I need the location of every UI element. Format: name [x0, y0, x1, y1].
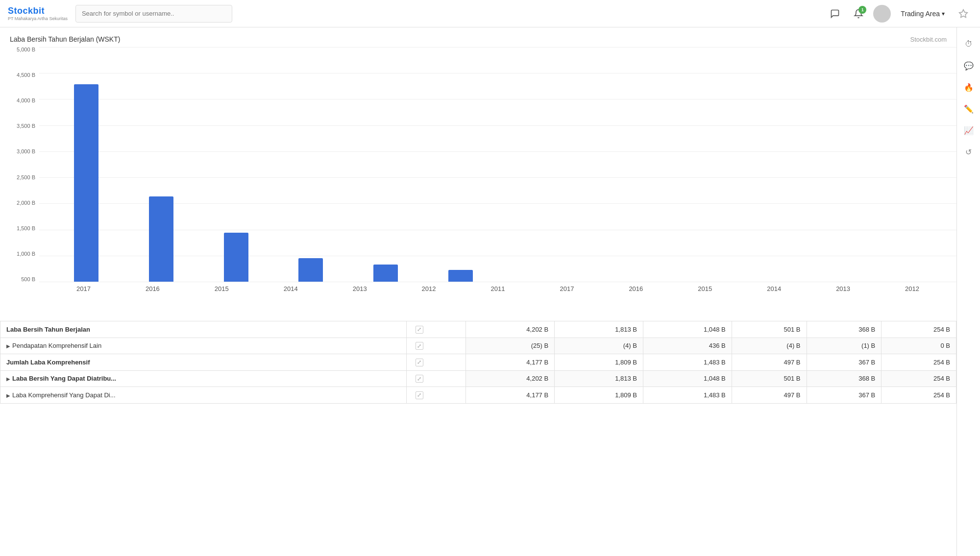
y-axis-label: 4,000 B [17, 98, 35, 103]
trading-area-button[interactable]: Trading Area ▾ [897, 7, 949, 21]
bar-group[interactable] [498, 47, 573, 282]
cell-value: 497 B [732, 387, 807, 404]
cell-value: 1,483 B [643, 354, 732, 371]
x-axis-label: 2017 [49, 282, 118, 292]
cell-value: 368 B [807, 370, 882, 387]
cell-value: 1,813 B [555, 370, 643, 387]
content-area: Laba Bersih Tahun Berjalan (WSKT) Stockb… [0, 27, 956, 556]
star-button[interactable] [955, 5, 972, 23]
x-axis: 2017201620152014201320122011201720162015… [39, 282, 956, 292]
row-label: ▶Laba Bersih Yang Dapat Diatribu... [0, 370, 407, 387]
cell-value: 1,809 B [555, 387, 643, 404]
bar-group[interactable] [573, 47, 648, 282]
row-icon-cell: ⤢ [406, 387, 466, 404]
cell-value: 4,177 B [466, 354, 555, 371]
table-export-icon[interactable]: ⤢ [416, 391, 423, 399]
bar[interactable] [373, 265, 398, 282]
logo-subtitle: PT Mahakarya Artha Sekuritas [8, 16, 68, 21]
y-axis-label: 1,500 B [17, 226, 35, 231]
y-axis-label: 3,500 B [17, 123, 35, 129]
avatar[interactable] [873, 5, 891, 23]
bar-group[interactable] [273, 47, 348, 282]
table-row: ▶Laba Komprehensif Yang Dapat Di...⤢4,17… [0, 387, 956, 404]
cell-value: (4) B [555, 338, 643, 354]
cell-value: 4,177 B [466, 387, 555, 404]
notification-icon-btn[interactable]: 1 [850, 5, 867, 23]
cell-value: 1,048 B [643, 321, 732, 338]
cell-value: 501 B [732, 370, 807, 387]
x-axis-label: 2012 [394, 282, 464, 292]
table-export-icon[interactable]: ⤢ [416, 359, 423, 366]
expand-arrow-icon[interactable]: ▶ [6, 376, 10, 382]
bar-group[interactable] [348, 47, 423, 282]
x-axis-label: 2011 [464, 282, 533, 292]
cell-value: 436 B [643, 338, 732, 354]
bar[interactable] [224, 233, 248, 282]
table-wrapper: Laba Bersih Tahun Berjalan⤢4,202 B1,813 … [0, 321, 956, 404]
chart-title: Laba Bersih Tahun Berjalan (WSKT) [10, 35, 120, 43]
message-icon-btn[interactable] [826, 5, 844, 23]
edit-icon[interactable]: ✏️ [960, 100, 978, 118]
x-axis-label: 2013 [325, 282, 394, 292]
bar-group[interactable] [124, 47, 199, 282]
y-axis-label: 500 B [21, 277, 35, 282]
bar[interactable] [149, 196, 173, 282]
refresh-icon[interactable]: ↺ [960, 143, 978, 161]
row-label: Laba Bersih Tahun Berjalan [0, 321, 407, 338]
chart-container: Laba Bersih Tahun Berjalan (WSKT) Stockb… [0, 27, 956, 317]
cell-value: 497 B [732, 354, 807, 371]
row-label-text: Jumlah Laba Komprehensif [6, 359, 90, 366]
table-export-icon[interactable]: ⤢ [416, 326, 423, 334]
cell-value: 367 B [807, 354, 882, 371]
cell-value: 4,202 B [466, 321, 555, 338]
cell-value: 1,483 B [643, 387, 732, 404]
bar[interactable] [74, 84, 98, 282]
bar[interactable] [448, 270, 473, 282]
table-row: Laba Bersih Tahun Berjalan⤢4,202 B1,813 … [0, 321, 956, 338]
y-axis-label: 2,000 B [17, 200, 35, 206]
row-label-text: Laba Komprehensif Yang Dapat Di... [12, 391, 116, 399]
row-label-text: Laba Bersih Yang Dapat Diatribu... [12, 375, 116, 382]
bar-group[interactable] [722, 47, 797, 282]
logo: Stockbit PT Mahakarya Artha Sekuritas [8, 6, 68, 21]
bar-group[interactable] [198, 47, 273, 282]
chart-plot [39, 47, 956, 282]
search-input[interactable] [75, 5, 232, 23]
cell-value: 254 B [882, 387, 956, 404]
x-axis-label: 2016 [601, 282, 670, 292]
cell-value: 4,202 B [466, 370, 555, 387]
table-export-icon[interactable]: ⤢ [416, 375, 423, 383]
expand-arrow-icon[interactable]: ▶ [6, 343, 10, 349]
bar[interactable] [298, 258, 323, 282]
cell-value: (4) B [732, 338, 807, 354]
comment-icon[interactable]: 💬 [960, 57, 978, 74]
table-export-icon[interactable]: ⤢ [416, 342, 423, 350]
bar-group[interactable] [49, 47, 124, 282]
chart-icon[interactable]: 📈 [960, 121, 978, 139]
cell-value: (25) B [466, 338, 555, 354]
bar-group[interactable] [872, 47, 947, 282]
table-row: ▶Pendapatan Komprehensif Lain⤢(25) B(4) … [0, 338, 956, 354]
y-axis-label: 4,500 B [17, 73, 35, 78]
cell-value: 1,809 B [555, 354, 643, 371]
cell-value: 254 B [882, 370, 956, 387]
clock-icon[interactable]: ⏱ [960, 35, 978, 53]
row-icon-cell: ⤢ [406, 321, 466, 338]
cell-value: 501 B [732, 321, 807, 338]
chart-wrapper: 5,000 B4,500 B4,000 B3,500 B3,000 B2,500… [0, 47, 956, 317]
bar-group[interactable] [423, 47, 498, 282]
cell-value: 1,048 B [643, 370, 732, 387]
cell-value: 254 B [882, 354, 956, 371]
cell-value: 1,813 B [555, 321, 643, 338]
expand-arrow-icon[interactable]: ▶ [6, 393, 10, 398]
cell-value: 254 B [882, 321, 956, 338]
table-row: Jumlah Laba Komprehensif⤢4,177 B1,809 B1… [0, 354, 956, 371]
bar-group[interactable] [647, 47, 722, 282]
notification-badge: 1 [858, 6, 866, 14]
row-icon-cell: ⤢ [406, 354, 466, 371]
fire-icon[interactable]: 🔥 [960, 78, 978, 96]
y-axis-label: 2,500 B [17, 175, 35, 180]
data-table: Laba Bersih Tahun Berjalan⤢4,202 B1,813 … [0, 321, 956, 404]
bar-group[interactable] [797, 47, 872, 282]
grid-line [39, 282, 956, 282]
